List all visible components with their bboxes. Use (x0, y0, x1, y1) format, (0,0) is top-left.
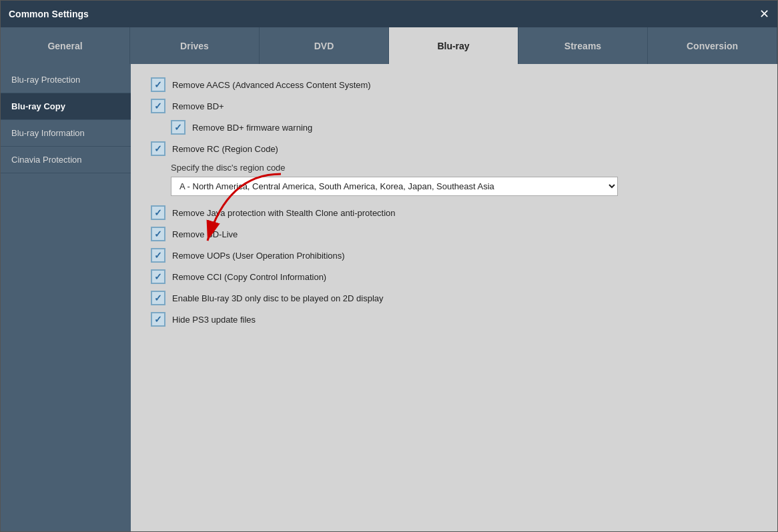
label-bdlive: Remove BD-Live (172, 229, 238, 239)
label-cci: Remove CCI (Copy Control Information) (172, 272, 326, 282)
checkbox-rc[interactable]: ✓ (151, 141, 165, 156)
label-ps3: Hide PS3 update files (172, 315, 256, 325)
region-section: Specify the disc's region code A - North… (171, 163, 757, 196)
main-window: Common Settings ✕ General Drives DVD Blu… (0, 0, 778, 532)
checkbox-bdlive[interactable]: ✓ (151, 227, 165, 241)
row-aacs: ✓ Remove AACS (Advanced Access Content S… (151, 77, 757, 92)
checkbox-bdplus[interactable]: ✓ (151, 99, 165, 113)
checkbox-uops[interactable]: ✓ (151, 248, 165, 263)
row-rc: ✓ Remove RC (Region Code) (151, 141, 757, 156)
checkbox-bdfirmware[interactable]: ✓ (171, 120, 185, 135)
sidebar-item-information[interactable]: Blu-ray Information (1, 120, 131, 147)
label-java: Remove Java protection with Stealth Clon… (172, 208, 396, 218)
tab-drives[interactable]: Drives (130, 27, 260, 64)
label-rc: Remove RC (Region Code) (172, 144, 278, 154)
tab-conversion[interactable]: Conversion (648, 27, 777, 64)
label-aacs: Remove AACS (Advanced Access Content Sys… (172, 80, 371, 90)
checkbox-aacs[interactable]: ✓ (151, 77, 165, 92)
row-3d: ✓ Enable Blu-ray 3D only disc to be play… (151, 291, 757, 305)
sidebar-item-protection[interactable]: Blu-ray Protection (1, 67, 131, 93)
row-uops: ✓ Remove UOPs (User Operation Prohibitio… (151, 248, 757, 263)
region-select[interactable]: A - North America, Central America, Sout… (171, 177, 618, 196)
main-panel: ✓ Remove AACS (Advanced Access Content S… (131, 64, 777, 531)
row-bdlive: ✓ Remove BD-Live (151, 227, 757, 241)
label-3d: Enable Blu-ray 3D only disc to be played… (172, 293, 384, 303)
sidebar-item-copy[interactable]: Blu-ray Copy (1, 93, 131, 120)
checkbox-ps3[interactable]: ✓ (151, 312, 165, 327)
row-bdplus: ✓ Remove BD+ (151, 99, 757, 113)
close-button[interactable]: ✕ (759, 8, 769, 20)
tab-streams[interactable]: Streams (518, 27, 648, 64)
window-title: Common Settings (9, 9, 89, 19)
tabs-bar: General Drives DVD Blu-ray Streams Conve… (1, 27, 777, 64)
region-label: Specify the disc's region code (171, 163, 757, 173)
checkbox-java[interactable]: ✓ (151, 205, 165, 220)
tab-dvd[interactable]: DVD (260, 27, 389, 64)
row-java: ✓ Remove Java protection with Stealth Cl… (151, 205, 757, 220)
row-cci: ✓ Remove CCI (Copy Control Information) (151, 269, 757, 284)
tab-bluray[interactable]: Blu-ray (389, 27, 518, 64)
label-bdplus: Remove BD+ (172, 101, 224, 111)
sidebar: Blu-ray Protection Blu-ray Copy Blu-ray … (1, 64, 131, 531)
content-area: Blu-ray Protection Blu-ray Copy Blu-ray … (1, 64, 777, 531)
tab-general[interactable]: General (1, 27, 130, 64)
row-bdfirmware: ✓ Remove BD+ firmware warning (171, 120, 757, 135)
sidebar-item-cinavia[interactable]: Cinavia Protection (1, 147, 131, 173)
label-uops: Remove UOPs (User Operation Prohibitions… (172, 251, 345, 261)
region-select-wrapper: A - North America, Central America, Sout… (171, 177, 757, 196)
checkbox-cci[interactable]: ✓ (151, 269, 165, 284)
row-ps3: ✓ Hide PS3 update files (151, 312, 757, 327)
title-bar: Common Settings ✕ (1, 1, 777, 27)
checkbox-3d[interactable]: ✓ (151, 291, 165, 305)
label-bdfirmware: Remove BD+ firmware warning (192, 123, 312, 133)
